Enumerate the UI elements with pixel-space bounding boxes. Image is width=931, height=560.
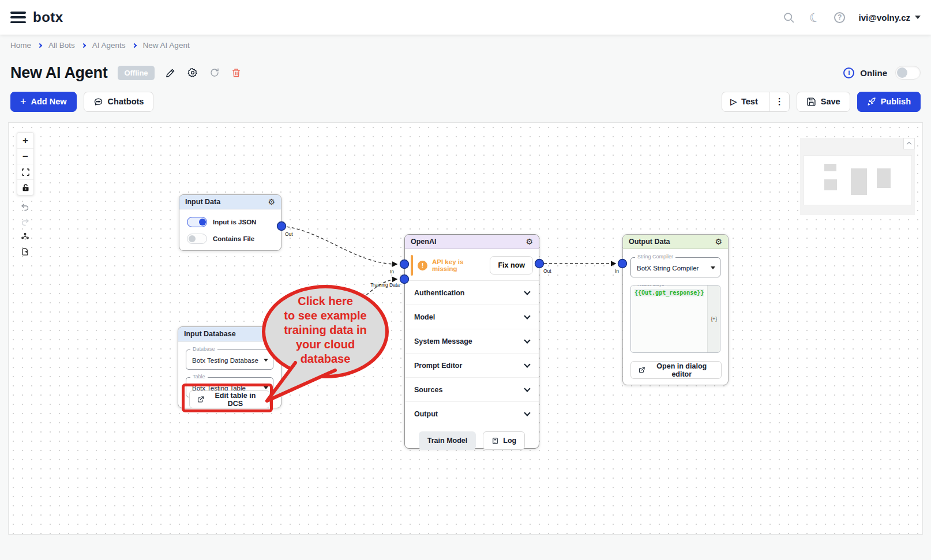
- breadcrumb-home[interactable]: Home: [10, 41, 31, 50]
- highlight-rectangle: [182, 384, 273, 412]
- section-model[interactable]: Model: [405, 305, 539, 329]
- save-button[interactable]: Save: [797, 92, 850, 112]
- lock-icon: [21, 183, 30, 192]
- chevron-down-icon: [524, 337, 530, 343]
- section-output[interactable]: Output: [405, 401, 539, 426]
- publish-button[interactable]: Publish: [857, 92, 921, 112]
- search-icon[interactable]: [783, 11, 795, 24]
- node-title: Input Database: [184, 330, 236, 338]
- minimap-collapse-button[interactable]: [903, 138, 915, 149]
- status-badge: Offline: [118, 66, 154, 80]
- section-authentication[interactable]: Authentication: [405, 281, 539, 305]
- flow-canvas[interactable]: + − Input Data: [8, 122, 923, 535]
- fit-view-button[interactable]: [17, 164, 33, 179]
- breadcrumb-ai-agents[interactable]: AI Agents: [92, 41, 126, 50]
- string-compiler-select[interactable]: String Compiler BotX String Compiler: [630, 257, 720, 277]
- refresh-icon[interactable]: [209, 67, 220, 78]
- redo-icon: [21, 217, 29, 226]
- user-menu[interactable]: ivi@volny.cz: [859, 13, 921, 22]
- add-new-button[interactable]: + Add New: [10, 92, 77, 112]
- section-sources[interactable]: Sources: [405, 377, 539, 401]
- node-settings-icon[interactable]: ⚙: [525, 238, 533, 246]
- top-bar: botx ☾ ? ivi@volny.cz: [0, 0, 931, 35]
- help-icon[interactable]: ?: [834, 11, 846, 24]
- database-select[interactable]: Database Botx Testing Database: [186, 349, 273, 370]
- port-label: Training Data: [370, 282, 400, 288]
- fit-view-icon: [21, 168, 30, 176]
- node-title: Output Data: [629, 238, 670, 246]
- chevron-down-icon: [524, 288, 530, 295]
- warning-icon: !: [418, 261, 427, 270]
- external-link-icon: [639, 366, 645, 374]
- edit-icon[interactable]: [165, 67, 177, 78]
- rocket-icon: [867, 97, 876, 106]
- user-email: ivi@volny.cz: [859, 13, 910, 22]
- robot-says-field[interactable]: Robot Says {{Out.gpt_response}} {+}: [630, 285, 720, 353]
- settings-gear-icon[interactable]: [187, 67, 198, 78]
- save-floppy-icon: [806, 97, 816, 107]
- chevron-down-icon: [915, 16, 921, 19]
- zoom-in-button[interactable]: +: [17, 133, 33, 148]
- chevron-down-icon: [524, 313, 530, 319]
- chevron-down-icon: [524, 385, 530, 392]
- node-openai[interactable]: OpenAI ⚙ ! API key is missing Fix now Au…: [404, 234, 539, 449]
- menu-icon[interactable]: [10, 12, 26, 23]
- chevron-down-icon: [711, 266, 715, 269]
- chevron-up-icon: [907, 142, 911, 146]
- input-is-json-toggle[interactable]: [187, 217, 207, 227]
- chevron-down-icon: [524, 409, 530, 416]
- node-settings-icon[interactable]: ⚙: [715, 238, 722, 246]
- minimap-node: [824, 164, 836, 171]
- contains-file-toggle[interactable]: [187, 234, 207, 244]
- breadcrumb-separator-icon: [81, 43, 86, 47]
- log-document-icon: [491, 437, 499, 445]
- log-button[interactable]: Log: [483, 431, 525, 450]
- breadcrumb-current: New AI Agent: [143, 41, 190, 50]
- online-toggle[interactable]: [895, 66, 921, 80]
- node-title: OpenAI: [411, 238, 436, 246]
- online-label: Online: [860, 68, 887, 78]
- test-more-options[interactable]: ⋮: [769, 92, 789, 111]
- zoom-out-button[interactable]: −: [17, 148, 33, 164]
- train-model-button[interactable]: Train Model: [419, 431, 476, 450]
- annotation-text[interactable]: Click here to see example training data …: [266, 294, 384, 366]
- section-system-message[interactable]: System Message: [405, 329, 539, 353]
- port-label: Out: [543, 268, 551, 274]
- test-button[interactable]: ▷ Test ⋮: [722, 92, 790, 112]
- plus-icon: +: [20, 96, 27, 107]
- undo-icon: [21, 202, 29, 211]
- undo-button[interactable]: [17, 199, 33, 214]
- port-label: In: [390, 269, 394, 275]
- canvas-toolbar: + −: [17, 132, 34, 259]
- delete-trash-icon[interactable]: [231, 67, 242, 78]
- section-prompt-editor[interactable]: Prompt Editor: [405, 353, 539, 377]
- insert-token-button[interactable]: {+}: [707, 285, 720, 352]
- dark-mode-icon[interactable]: ☾: [807, 10, 822, 25]
- auto-layout-button[interactable]: [17, 229, 33, 244]
- lock-button[interactable]: [17, 179, 33, 195]
- minimap-viewport: [804, 155, 912, 205]
- minimap[interactable]: [800, 138, 915, 215]
- breadcrumb-separator-icon: [37, 43, 42, 47]
- page-title: New AI Agent: [10, 64, 107, 82]
- play-icon: ▷: [730, 97, 737, 106]
- node-settings-icon[interactable]: ⚙: [268, 198, 275, 206]
- chevron-down-icon: [524, 361, 530, 367]
- minimap-node: [824, 179, 837, 190]
- info-icon[interactable]: i: [843, 67, 854, 78]
- open-dialog-editor-button[interactable]: Open in dialog editor: [630, 361, 722, 379]
- title-row: New AI Agent Offline i Online: [0, 55, 931, 88]
- node-input-data[interactable]: Input Data ⚙ Input is JSON Contains File: [179, 194, 281, 251]
- breadcrumb-all-bots[interactable]: All Bots: [48, 41, 75, 50]
- fix-now-button[interactable]: Fix now: [490, 256, 533, 275]
- breadcrumb-separator-icon: [132, 43, 136, 47]
- export-button[interactable]: [17, 244, 33, 259]
- api-key-warning: ! API key is missing Fix now: [411, 256, 533, 275]
- minimap-node: [877, 168, 891, 188]
- port-label: Out: [285, 231, 293, 237]
- chatbots-button[interactable]: Chatbots: [84, 92, 154, 112]
- actions-row: + Add New Chatbots ▷ Test ⋮ Save Publish: [0, 88, 931, 115]
- node-output-data[interactable]: Output Data ⚙ String Compiler BotX Strin…: [622, 234, 729, 385]
- redo-button[interactable]: [17, 214, 33, 229]
- robot-says-value[interactable]: {{Out.gpt_response}}: [631, 285, 707, 352]
